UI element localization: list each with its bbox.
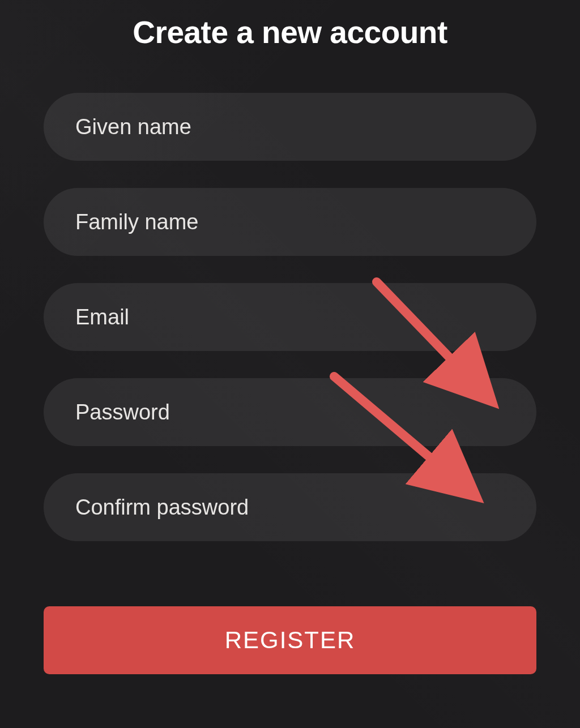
family-name-input[interactable] <box>44 188 536 256</box>
page-title: Create a new account <box>133 14 447 50</box>
email-input[interactable] <box>44 283 536 351</box>
given-name-input[interactable] <box>44 93 536 161</box>
registration-form <box>44 93 536 541</box>
register-button[interactable]: REGISTER <box>44 606 536 674</box>
confirm-password-input[interactable] <box>44 473 536 541</box>
password-input[interactable] <box>44 378 536 446</box>
